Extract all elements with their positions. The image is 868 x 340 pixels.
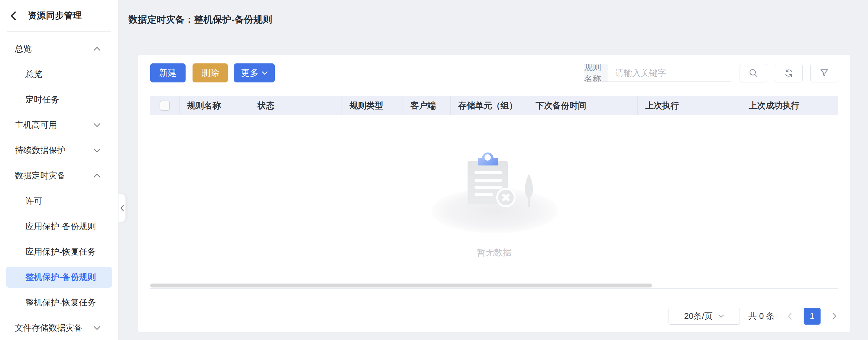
pagination: 20条/页 共 0 条 1 bbox=[669, 308, 838, 325]
delete-button[interactable]: 删除 bbox=[192, 63, 228, 82]
sidebar-group-overview[interactable]: 总览 bbox=[0, 36, 118, 62]
clipboard-line bbox=[474, 193, 493, 196]
sidebar-item-label: 应用保护-恢复任务 bbox=[25, 246, 96, 258]
column-header-last-success-run: 上次成功执行 bbox=[741, 96, 838, 115]
sidebar-item-label: 总览 bbox=[25, 69, 42, 80]
sidebar-item-label: 总览 bbox=[15, 43, 32, 55]
sidebar-item-label: 持续数据保护 bbox=[15, 145, 66, 156]
sidebar-item-label: 许可 bbox=[25, 195, 42, 207]
sidebar-item-label: 应用保护-备份规则 bbox=[25, 221, 96, 232]
content-card: 新建 删除 更多 规则名称 规则名称 状态 规则类型 bbox=[138, 55, 850, 332]
sidebar-item-label: 主机高可用 bbox=[15, 119, 57, 131]
chevron-down-icon bbox=[93, 326, 101, 330]
page-title: 数据定时灾备：整机保护-备份规则 bbox=[128, 13, 272, 26]
horizontal-scrollbar-track bbox=[150, 283, 838, 287]
search-button[interactable] bbox=[740, 64, 767, 82]
sidebar-item-machine-backup-rules[interactable]: 整机保护-备份规则 bbox=[6, 267, 112, 288]
chevron-right-icon bbox=[832, 312, 837, 320]
search-group: 规则名称 bbox=[584, 64, 732, 82]
sidebar-group-cdp[interactable]: 持续数据保护 bbox=[0, 138, 118, 163]
search-icon bbox=[749, 68, 758, 78]
refresh-button[interactable] bbox=[775, 64, 803, 82]
chevron-down-icon bbox=[718, 314, 724, 318]
sidebar-collapse-handle[interactable] bbox=[119, 194, 126, 222]
toolbar: 新建 删除 更多 规则名称 bbox=[150, 63, 838, 82]
chevron-down-icon bbox=[93, 148, 101, 152]
chevron-down-icon bbox=[262, 71, 268, 75]
sidebar-title: 资源同步管理 bbox=[28, 10, 82, 22]
current-page-button[interactable]: 1 bbox=[804, 308, 820, 325]
clipboard-line bbox=[474, 179, 502, 182]
sidebar-item-label: 文件存储数据灾备 bbox=[15, 322, 83, 334]
column-header-rule-name: 规则名称 bbox=[179, 96, 250, 115]
column-header-client: 客户端 bbox=[403, 96, 450, 115]
sidebar-item-label: 定时任务 bbox=[25, 94, 59, 105]
refresh-icon bbox=[784, 68, 794, 78]
horizontal-scrollbar-thumb[interactable] bbox=[150, 283, 652, 287]
column-header-last-run: 上次执行 bbox=[638, 96, 741, 115]
left-chevron-icon bbox=[120, 204, 124, 212]
sidebar-item-scheduled-tasks[interactable]: 定时任务 bbox=[0, 87, 118, 112]
more-button[interactable]: 更多 bbox=[234, 63, 275, 82]
empty-state-illustration bbox=[431, 151, 558, 239]
page-size-label: 20条/页 bbox=[684, 310, 713, 322]
column-header-storage-unit: 存储单元（组） bbox=[450, 96, 528, 115]
select-all-checkbox[interactable] bbox=[160, 101, 170, 111]
table-bottom-border bbox=[150, 288, 838, 289]
chevron-down-icon bbox=[93, 123, 101, 127]
search-field-label: 规则名称 bbox=[584, 64, 608, 81]
total-count-label: 共 0 条 bbox=[748, 310, 775, 322]
sidebar-header: 资源同步管理 bbox=[0, 0, 118, 31]
filter-icon bbox=[819, 68, 829, 78]
back-icon[interactable] bbox=[8, 10, 19, 21]
sidebar-group-file-storage-dr[interactable]: 文件存储数据灾备 bbox=[0, 315, 118, 340]
chevron-up-icon bbox=[93, 174, 101, 178]
prev-page-button[interactable] bbox=[786, 310, 793, 322]
more-button-label: 更多 bbox=[241, 67, 259, 79]
sidebar-item-machine-restore-tasks[interactable]: 整机保护-恢复任务 bbox=[0, 290, 118, 315]
sidebar-group-host-ha[interactable]: 主机高可用 bbox=[0, 112, 118, 138]
clipboard-line bbox=[474, 171, 502, 174]
no-data-x-icon bbox=[496, 188, 516, 207]
sidebar: 资源同步管理 总览 总览 定时任务 主机高可用 持续数据保护 数据定时灾备 许可 bbox=[0, 0, 119, 340]
empty-state-text: 暂无数据 bbox=[138, 247, 850, 259]
sidebar-item-label: 整机保护-恢复任务 bbox=[25, 297, 96, 308]
chevron-up-icon bbox=[93, 47, 101, 51]
next-page-button[interactable] bbox=[831, 310, 838, 322]
sidebar-item-license[interactable]: 许可 bbox=[0, 189, 118, 214]
column-header-status: 状态 bbox=[250, 96, 342, 115]
page-size-select[interactable]: 20条/页 bbox=[669, 308, 740, 325]
sidebar-item-overview[interactable]: 总览 bbox=[0, 62, 118, 87]
table-header: 规则名称 状态 规则类型 客户端 存储单元（组） 下次备份时间 上次执行 上次成… bbox=[150, 96, 838, 115]
sidebar-item-label: 数据定时灾备 bbox=[15, 170, 66, 181]
sidebar-group-scheduled-dr[interactable]: 数据定时灾备 bbox=[0, 163, 118, 189]
column-header-next-backup-time: 下次备份时间 bbox=[528, 96, 638, 115]
new-button[interactable]: 新建 bbox=[150, 63, 186, 82]
tree-icon bbox=[524, 174, 533, 209]
clipboard-line bbox=[474, 186, 502, 189]
sidebar-menu: 总览 总览 定时任务 主机高可用 持续数据保护 数据定时灾备 许可 应用保护-备… bbox=[0, 32, 118, 340]
table-header-checkbox-cell bbox=[150, 96, 179, 115]
clipboard-clip-hole bbox=[485, 154, 491, 161]
column-header-rule-type: 规则类型 bbox=[342, 96, 403, 115]
filter-button[interactable] bbox=[810, 64, 838, 82]
sidebar-item-app-backup-rules[interactable]: 应用保护-备份规则 bbox=[0, 214, 118, 239]
sidebar-item-app-restore-tasks[interactable]: 应用保护-恢复任务 bbox=[0, 239, 118, 265]
chevron-left-icon bbox=[787, 312, 792, 320]
sidebar-item-label: 整机保护-备份规则 bbox=[25, 271, 96, 283]
search-input[interactable] bbox=[608, 64, 732, 81]
